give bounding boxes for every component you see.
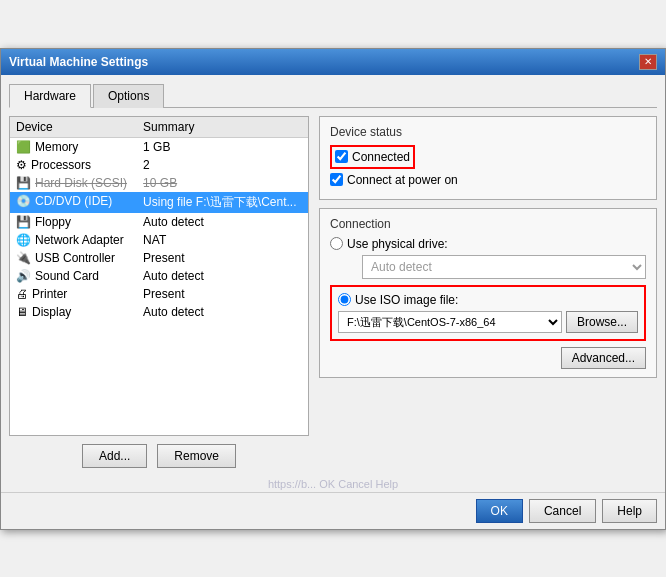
- table-row[interactable]: 🔊Sound CardAuto detect: [10, 267, 308, 285]
- radio-group: Use physical drive: Auto detect: [330, 237, 646, 279]
- left-panel: Device Summary 🟩Memory1 GB⚙Processors2💾H…: [9, 116, 309, 468]
- device-name: Memory: [35, 140, 78, 154]
- bottom-buttons: Add... Remove: [9, 444, 309, 468]
- device-name: Hard Disk (SCSI): [35, 176, 127, 190]
- remove-button[interactable]: Remove: [157, 444, 236, 468]
- power-on-row: Connect at power on: [330, 173, 646, 187]
- cancel-button[interactable]: Cancel: [529, 499, 596, 523]
- device-icon: ⚙: [16, 158, 27, 172]
- device-icon: 🖥: [16, 305, 28, 319]
- title-bar-buttons: ✕: [639, 54, 657, 70]
- add-button[interactable]: Add...: [82, 444, 147, 468]
- main-area: Device Summary 🟩Memory1 GB⚙Processors2💾H…: [9, 116, 657, 468]
- iso-radio[interactable]: [338, 293, 351, 306]
- device-summary: Present: [137, 249, 308, 267]
- device-summary: NAT: [137, 231, 308, 249]
- table-row[interactable]: 🔌USB ControllerPresent: [10, 249, 308, 267]
- device-summary: Auto detect: [137, 213, 308, 231]
- device-name: USB Controller: [35, 251, 115, 265]
- auto-detect-dropdown[interactable]: Auto detect: [362, 255, 646, 279]
- watermark: https://b... OK Cancel Help: [1, 476, 665, 492]
- advanced-row: Advanced...: [330, 347, 646, 369]
- power-on-label: Connect at power on: [347, 173, 458, 187]
- table-row[interactable]: 🖥DisplayAuto detect: [10, 303, 308, 321]
- device-table: Device Summary 🟩Memory1 GB⚙Processors2💾H…: [9, 116, 309, 436]
- help-button[interactable]: Help: [602, 499, 657, 523]
- connected-checkbox[interactable]: [335, 150, 348, 163]
- device-name: Sound Card: [35, 269, 99, 283]
- iso-path-dropdown[interactable]: F:\迅雷下载\CentOS-7-x86_64: [338, 311, 562, 333]
- tab-bar: Hardware Options: [9, 83, 657, 108]
- device-icon: 💿: [16, 194, 31, 208]
- device-summary: Auto detect: [137, 267, 308, 285]
- table-row[interactable]: 💿CD/DVD (IDE)Using file F:\迅雷下载\Cent...: [10, 192, 308, 213]
- device-icon: 💾: [16, 215, 31, 229]
- device-status-section: Device status Connected Connect at power…: [319, 116, 657, 200]
- device-icon: 🔊: [16, 269, 31, 283]
- device-name: CD/DVD (IDE): [35, 194, 112, 208]
- table-row[interactable]: 🌐Network AdapterNAT: [10, 231, 308, 249]
- table-row[interactable]: ⚙Processors2: [10, 156, 308, 174]
- device-summary: 1 GB: [137, 137, 308, 156]
- device-name: Display: [32, 305, 71, 319]
- connected-label: Connected: [352, 150, 410, 164]
- device-icon: 🖨: [16, 287, 28, 301]
- table-row[interactable]: 💾FloppyAuto detect: [10, 213, 308, 231]
- ok-button[interactable]: OK: [476, 499, 523, 523]
- col-summary: Summary: [137, 117, 308, 138]
- device-name: Processors: [31, 158, 91, 172]
- device-summary: Auto detect: [137, 303, 308, 321]
- advanced-button[interactable]: Advanced...: [561, 347, 646, 369]
- device-icon: 🔌: [16, 251, 31, 265]
- table-row[interactable]: 🖨PrinterPresent: [10, 285, 308, 303]
- connected-highlight: Connected: [330, 145, 415, 169]
- device-name: Printer: [32, 287, 67, 301]
- device-summary: Using file F:\迅雷下载\Cent...: [137, 192, 308, 213]
- connection-section: Connection Use physical drive: Auto dete…: [319, 208, 657, 378]
- tab-hardware[interactable]: Hardware: [9, 84, 91, 108]
- device-icon: 🌐: [16, 233, 31, 247]
- connected-row: Connected: [330, 145, 646, 169]
- device-summary: 10 GB: [137, 174, 308, 192]
- device-summary: Present: [137, 285, 308, 303]
- device-name: Network Adapter: [35, 233, 124, 247]
- col-device: Device: [10, 117, 137, 138]
- device-icon: 💾: [16, 176, 31, 190]
- device-name: Floppy: [35, 215, 71, 229]
- iso-radio-row: Use ISO image file:: [338, 293, 638, 307]
- iso-path-row: F:\迅雷下载\CentOS-7-x86_64 Browse...: [338, 311, 638, 333]
- physical-drive-row: Use physical drive:: [330, 237, 646, 251]
- device-summary: 2: [137, 156, 308, 174]
- device-status-title: Device status: [330, 125, 646, 139]
- tab-options[interactable]: Options: [93, 84, 164, 108]
- physical-drive-radio[interactable]: [330, 237, 343, 250]
- right-panel: Device status Connected Connect at power…: [319, 116, 657, 468]
- table-row[interactable]: 🟩Memory1 GB: [10, 137, 308, 156]
- physical-drive-label: Use physical drive:: [347, 237, 448, 251]
- title-bar: Virtual Machine Settings ✕: [1, 49, 665, 75]
- power-on-checkbox[interactable]: [330, 173, 343, 186]
- content-area: Hardware Options Device Summary: [1, 75, 665, 476]
- browse-button[interactable]: Browse...: [566, 311, 638, 333]
- window-title: Virtual Machine Settings: [9, 55, 148, 69]
- footer: OK Cancel Help: [1, 492, 665, 529]
- virtual-machine-settings-window: Virtual Machine Settings ✕ Hardware Opti…: [0, 48, 666, 530]
- connection-title: Connection: [330, 217, 646, 231]
- iso-section: Use ISO image file: F:\迅雷下载\CentOS-7-x86…: [330, 285, 646, 341]
- close-button[interactable]: ✕: [639, 54, 657, 70]
- iso-label: Use ISO image file:: [355, 293, 458, 307]
- device-icon: 🟩: [16, 140, 31, 154]
- table-row[interactable]: 💾Hard Disk (SCSI)10 GB: [10, 174, 308, 192]
